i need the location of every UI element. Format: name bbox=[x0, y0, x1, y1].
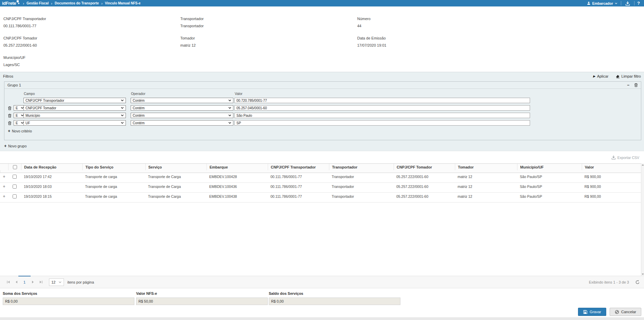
cell-tomador: matriz 12 bbox=[455, 185, 517, 189]
filter-criterion-row: E UF Contém bbox=[4, 120, 641, 126]
field-numero: Número 44 bbox=[357, 17, 386, 28]
filters-section: Filtros ▶ Aplicar Limpar filtro Grupo 1 … bbox=[0, 72, 644, 151]
breadcrumb-item-vinculo-manual[interactable]: Vinculo Manual NFS-e bbox=[105, 1, 141, 5]
filter-criterion-row: E Município Contém bbox=[4, 113, 641, 118]
select-all-checkbox[interactable] bbox=[13, 165, 17, 169]
refresh-button[interactable] bbox=[635, 280, 640, 285]
valor-nfse-input[interactable] bbox=[136, 298, 268, 305]
saldo-servicos-input[interactable] bbox=[269, 298, 400, 305]
delete-criterion-button[interactable] bbox=[8, 106, 12, 112]
delete-group-button[interactable] bbox=[634, 83, 638, 87]
breadcrumb-item-gestao-fiscal[interactable]: Gestão Fiscal bbox=[27, 1, 49, 5]
cell-transportador: Transportador bbox=[329, 194, 394, 198]
table-scrollbar[interactable] bbox=[641, 163, 644, 276]
expand-row-button[interactable]: + bbox=[3, 174, 5, 179]
value-input[interactable] bbox=[234, 98, 530, 103]
app-logo[interactable]: idFrete bbox=[0, 0, 23, 6]
chevron-down-icon bbox=[59, 281, 62, 283]
operator-select[interactable]: Contém bbox=[131, 120, 233, 126]
export-csv-button[interactable]: Exportar CSV bbox=[611, 155, 639, 160]
logic-select-value: E bbox=[16, 121, 18, 125]
download-button[interactable] bbox=[621, 0, 634, 6]
row-checkbox[interactable] bbox=[13, 175, 17, 179]
next-page-button[interactable] bbox=[29, 280, 37, 284]
row-checkbox[interactable] bbox=[13, 194, 17, 198]
chevron-down-icon bbox=[228, 107, 231, 109]
cancel-button[interactable]: Cancelar bbox=[610, 308, 641, 316]
column-header: Município/UF bbox=[517, 164, 582, 170]
value-input[interactable] bbox=[234, 105, 530, 111]
results-section: Exportar CSV Data de Recepção Tipo do Se… bbox=[0, 151, 644, 276]
table-row: + 19/10/2020 18:15 Transporte de carga T… bbox=[0, 193, 641, 203]
cell-cnpj-transportador: 00.111.786/0001-77 bbox=[268, 185, 329, 189]
expand-row-button[interactable]: + bbox=[3, 194, 5, 199]
eraser-icon bbox=[615, 74, 620, 78]
field-select[interactable]: UF bbox=[23, 120, 126, 126]
filter-criterion-row: CNPJ/CPF Transportador Contém bbox=[4, 98, 641, 103]
save-label: Gravar bbox=[590, 310, 601, 314]
field-select-value: UF bbox=[26, 121, 30, 125]
value-input[interactable] bbox=[234, 120, 530, 126]
logic-select-value: E bbox=[16, 114, 18, 117]
first-page-button[interactable] bbox=[4, 280, 12, 284]
profile-menu-button[interactable]: Embarcador bbox=[583, 0, 621, 6]
previous-page-button[interactable] bbox=[12, 280, 20, 284]
valor-nfse-field: Valor NFS-e bbox=[136, 291, 268, 305]
scroll-up-icon[interactable] bbox=[642, 164, 644, 166]
trash-icon bbox=[8, 106, 12, 110]
chevron-down-icon bbox=[121, 122, 124, 124]
scroll-down-icon[interactable] bbox=[642, 273, 644, 275]
new-group-button[interactable]: + Novo grupo bbox=[4, 144, 27, 148]
bottom-strip bbox=[0, 317, 644, 320]
cell-servico: Transporte de Carga bbox=[145, 185, 207, 189]
filter-criterion-row: E CNPJ/CPF Tomador Contém bbox=[4, 105, 641, 111]
operator-select[interactable]: Contém bbox=[131, 113, 233, 118]
row-checkbox[interactable] bbox=[13, 185, 17, 189]
campo-column-label: Campo bbox=[24, 92, 35, 96]
soma-servicos-input[interactable] bbox=[3, 298, 134, 305]
column-header: Serviço bbox=[145, 164, 207, 170]
field-select[interactable]: Município bbox=[23, 113, 126, 118]
operator-select[interactable]: Contém bbox=[131, 98, 233, 103]
valor-column-label: Valor bbox=[235, 92, 243, 96]
trash-icon bbox=[634, 83, 638, 87]
field-select[interactable]: CNPJ/CPF Tomador bbox=[23, 105, 126, 111]
trash-icon bbox=[8, 114, 12, 118]
save-button[interactable]: Gravar bbox=[578, 308, 606, 316]
new-criterion-button[interactable]: + Novo critério bbox=[8, 129, 32, 133]
field-select[interactable]: CNPJ/CPF Transportador bbox=[23, 98, 126, 103]
breadcrumb-item-documentos-transporte[interactable]: Documentos do Transporte bbox=[55, 1, 99, 5]
chevron-right-icon: › bbox=[23, 1, 24, 5]
page-number-button[interactable]: 1 bbox=[20, 280, 29, 284]
operator-select-value: Contém bbox=[133, 114, 145, 117]
field-label: Soma dos Serviços bbox=[3, 291, 134, 295]
field-label: Transportador bbox=[180, 17, 204, 21]
column-header: CNPJ/CPF Transportador bbox=[268, 164, 329, 170]
value-input[interactable] bbox=[234, 113, 530, 118]
operator-select[interactable]: Contém bbox=[131, 105, 233, 111]
field-data-emissao: Data de Emissão 17/07/2020 19:01 bbox=[357, 36, 386, 47]
last-page-button[interactable] bbox=[37, 280, 45, 284]
field-municipio-uf: Município/UF Lages/SC bbox=[3, 55, 46, 67]
field-value: Lages/SC bbox=[3, 63, 46, 67]
delete-criterion-button[interactable] bbox=[8, 113, 12, 119]
cell-municipio-uf: São Paulo/SP bbox=[517, 194, 582, 198]
column-header: Embarque bbox=[207, 164, 268, 170]
cell-cnpj-tomador: 05.257.222/0001-60 bbox=[394, 175, 455, 179]
play-icon: ▶ bbox=[593, 75, 595, 78]
clear-filter-label: Limpar filtro bbox=[622, 74, 641, 78]
cell-transportador: Transportador bbox=[329, 175, 394, 179]
cell-valor: R$ 900,00 bbox=[582, 175, 641, 179]
export-csv-label: Exportar CSV bbox=[617, 156, 639, 160]
help-button[interactable]: ? bbox=[634, 0, 644, 6]
delete-criterion-button[interactable] bbox=[8, 121, 12, 127]
collapse-group-button[interactable]: − bbox=[627, 83, 629, 87]
expand-row-button[interactable]: + bbox=[3, 184, 5, 189]
soma-servicos-field: Soma dos Serviços bbox=[3, 291, 134, 305]
clear-filter-button[interactable]: Limpar filtro bbox=[615, 74, 641, 78]
field-label: CNPJ/CPF Tomador bbox=[3, 36, 46, 40]
pagination-bar: 1 12 itens por página Exibindo itens 1 -… bbox=[0, 276, 644, 288]
apply-filter-button[interactable]: ▶ Aplicar bbox=[593, 74, 609, 78]
column-header: Valor bbox=[582, 164, 641, 170]
page-size-select[interactable]: 12 bbox=[49, 278, 64, 286]
